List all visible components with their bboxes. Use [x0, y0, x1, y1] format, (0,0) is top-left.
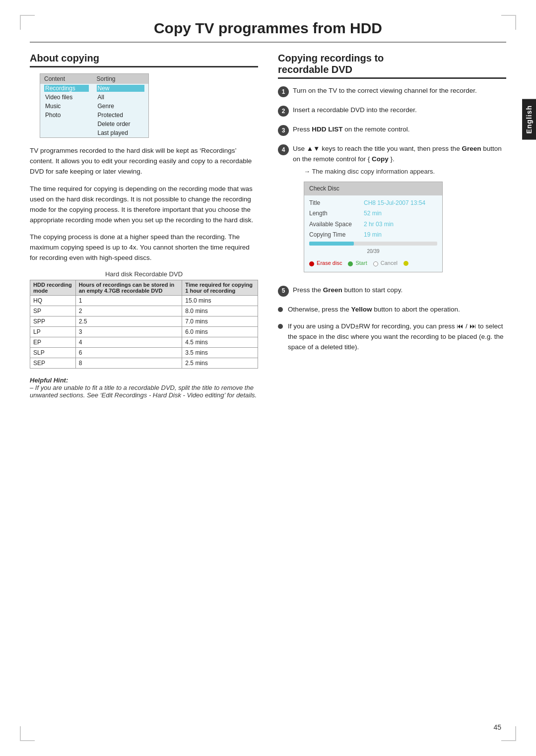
hdd-table-cell: 8.0 mins — [182, 306, 258, 316]
check-disc-row-space: Available Space 2 hr 03 min — [309, 220, 437, 229]
hdd-table-cell: 3 — [75, 327, 182, 337]
corner-mark-bottom-right — [501, 740, 516, 741]
check-disc-label-copying: Copying Time — [309, 230, 364, 240]
hdd-table-cell: EP — [30, 337, 76, 348]
english-tab: English — [522, 99, 536, 140]
hdd-table-cell: 2 — [75, 306, 182, 316]
step-number-3: 3 — [278, 125, 289, 136]
check-disc-bar-fill — [309, 242, 354, 246]
menu-row-3: Music Genre — [40, 102, 148, 111]
hdd-table-cell: 4.5 mins — [182, 337, 258, 348]
menu-row-2: Video files All — [40, 93, 148, 102]
step-4-content: Use ▲▼ keys to reach the title you want,… — [293, 144, 506, 277]
hdd-col-mode: HDD recording mode — [30, 280, 76, 296]
hdd-table-row: SPP2.57.0 mins — [30, 316, 258, 327]
start-icon — [348, 261, 353, 266]
hdd-table: HDD recording mode Hours of recordings c… — [30, 280, 258, 369]
menu-row-4: Photo Protected — [40, 111, 148, 120]
hdd-table-cell: HQ — [30, 296, 76, 306]
hdd-col-hours: Hours of recordings can be stored in an … — [75, 280, 182, 296]
check-disc-row-length: Length 52 min — [309, 209, 437, 218]
step-number-5: 5 — [278, 286, 289, 297]
corner-mark-top-left — [20, 15, 35, 16]
hdd-table-cell: 3.5 mins — [182, 348, 258, 358]
check-disc-row-copying: Copying Time 19 min — [309, 230, 437, 240]
corner-mark-v-top-left — [20, 15, 21, 30]
menu-header-content: Content — [40, 74, 93, 84]
hint-title: Helpful Hint: — [30, 377, 68, 384]
hdd-col-time: Time required for copying 1 hour of reco… — [182, 280, 258, 296]
helpful-hint: Helpful Hint: – If you are unable to fit… — [30, 377, 258, 399]
menu-screenshot: Content Sorting Recordings New Video fil… — [40, 73, 149, 138]
extra-btn-icon — [403, 261, 408, 266]
right-column: Copying recordings to recordable DVD 1 T… — [278, 53, 506, 399]
check-disc-buttons: Erase disc Start Cancel — [309, 257, 437, 268]
paragraph-2: The time required for copying is dependi… — [30, 184, 258, 226]
menu-all: All — [97, 94, 145, 101]
step-1: 1 Turn on the TV to the correct viewing … — [278, 86, 506, 97]
check-disc-bar-label: 20/39 — [309, 248, 437, 255]
check-disc-label-title: Title — [309, 198, 364, 208]
hdd-table-row: SEP82.5 mins — [30, 358, 258, 369]
page-container: English Copy TV programmes from HDD Abou… — [0, 0, 536, 756]
check-disc-value-copying: 19 min — [364, 230, 382, 240]
erase-icon — [309, 261, 314, 266]
step-4-text: Use ▲▼ keys to reach the title you want,… — [293, 145, 502, 163]
step-5-text: Press the Green button to start copy. — [293, 285, 506, 296]
step-number-1: 1 — [278, 86, 289, 97]
hdd-table-caption: Hard disk Recordable DVD — [30, 270, 258, 278]
hdd-table-cell: 1 — [75, 296, 182, 306]
btn-start[interactable]: Start — [348, 259, 367, 267]
cancel-icon — [373, 261, 378, 266]
hdd-table-cell: SEP — [30, 358, 76, 369]
corner-mark-v-bottom-left — [20, 726, 21, 741]
corner-mark-v-bottom-right — [515, 726, 516, 741]
check-disc-label-space: Available Space — [309, 220, 364, 229]
check-disc-row-title: Title CH8 15-Jul-2007 13:54 — [309, 198, 437, 208]
check-disc-bar — [309, 242, 437, 246]
check-disc-box: Check Disc Title CH8 15-Jul-2007 13:54 L… — [304, 182, 443, 272]
steps-list: 1 Turn on the TV to the correct viewing … — [278, 86, 506, 277]
step-4: 4 Use ▲▼ keys to reach the title you wan… — [278, 144, 506, 277]
step-number-2: 2 — [278, 106, 289, 117]
paragraph-1: TV programmes recorded to the hard disk … — [30, 146, 258, 177]
menu-music: Music — [44, 103, 89, 110]
left-column: About copying Content Sorting Recordings… — [30, 53, 258, 399]
step-2-text: Insert a recordable DVD into the recorde… — [293, 105, 506, 116]
hdd-table-section: Hard disk Recordable DVD HDD recording m… — [30, 270, 258, 369]
btn-erase-disc[interactable]: Erase disc — [309, 259, 342, 267]
step-3: 3 Press HDD LIST on the remote control. — [278, 125, 506, 136]
bullet-2: If you are using a DVD±RW for recording,… — [278, 321, 506, 353]
hdd-table-cell: SLP — [30, 348, 76, 358]
hdd-table-row: LP36.0 mins — [30, 327, 258, 337]
check-disc-body: Title CH8 15-Jul-2007 13:54 Length 52 mi… — [304, 195, 442, 272]
content-columns: About copying Content Sorting Recordings… — [30, 53, 506, 399]
step-1-text: Turn on the TV to the correct viewing ch… — [293, 86, 506, 96]
btn-cancel[interactable]: Cancel — [373, 259, 398, 267]
check-disc-label-length: Length — [309, 209, 364, 218]
menu-photo: Photo — [44, 112, 89, 119]
check-disc-value-title: CH8 15-Jul-2007 13:54 — [364, 198, 425, 208]
menu-delete-order: Delete order — [97, 121, 145, 127]
page-title: Copy TV programmes from HDD — [30, 20, 506, 43]
menu-recordings: Recordings — [44, 85, 89, 92]
step-2: 2 Insert a recordable DVD into the recor… — [278, 105, 506, 117]
bullet-dot-2 — [278, 324, 283, 329]
hdd-table-cell: SP — [30, 306, 76, 316]
page-number: 45 — [493, 723, 501, 731]
step-4-arrow: → The making disc copy information appea… — [304, 167, 506, 177]
corner-mark-v-top-right — [515, 15, 516, 30]
hdd-table-row: SLP63.5 mins — [30, 348, 258, 358]
menu-protected: Protected — [97, 112, 145, 119]
bullet-1: Otherwise, press the Yellow button to ab… — [278, 305, 506, 315]
hdd-table-header-row: HDD recording mode Hours of recordings c… — [30, 280, 258, 296]
menu-header-sorting: Sorting — [93, 74, 149, 84]
step-3-text: Press HDD LIST on the remote control. — [293, 125, 506, 135]
menu-row-1: Recordings New — [40, 84, 148, 93]
corner-mark-top-right — [501, 15, 516, 16]
step-number-4: 4 — [278, 144, 289, 155]
bullet-2-text: If you are using a DVD±RW for recording,… — [288, 321, 506, 353]
hdd-table-cell: 15.0 mins — [182, 296, 258, 306]
check-disc-value-length: 52 min — [364, 209, 382, 218]
hdd-table-cell: LP — [30, 327, 76, 337]
